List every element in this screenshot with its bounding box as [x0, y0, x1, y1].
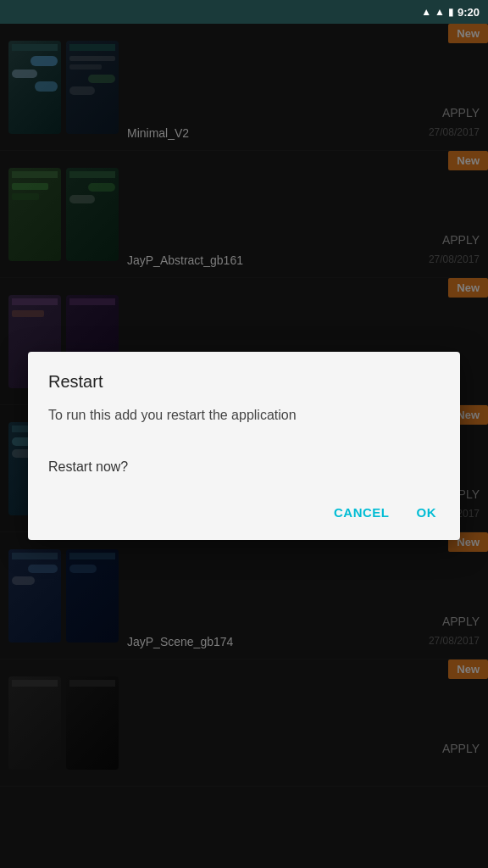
battery-icon: ▮	[448, 6, 454, 18]
status-bar: ▲ ▲ ▮ 9:20	[0, 0, 488, 24]
wifi-icon: ▲	[421, 6, 431, 18]
restart-dialog: Restart To run this add you restart the …	[28, 352, 460, 540]
dialog-title: Restart	[48, 372, 440, 392]
dialog-message: To run this add you restart the applicat…	[48, 405, 440, 426]
status-time: 9:20	[458, 6, 480, 19]
dialog-sub-message: Restart now?	[48, 459, 440, 475]
status-icons: ▲ ▲ ▮ 9:20	[421, 6, 480, 19]
dialog-buttons: CANCEL OK	[48, 492, 440, 526]
dialog-overlay: Restart To run this add you restart the …	[0, 24, 488, 868]
signal-icon: ▲	[435, 6, 445, 18]
cancel-button[interactable]: CANCEL	[330, 498, 393, 526]
ok-button[interactable]: OK	[413, 498, 441, 526]
